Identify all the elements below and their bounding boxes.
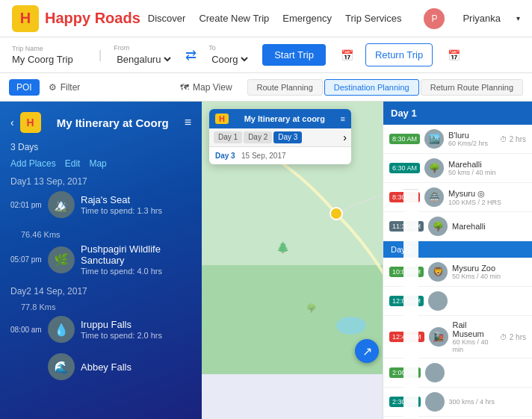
filter-button[interactable]: ⚙ Filter <box>49 82 81 93</box>
from-select[interactable]: Bengaluru <box>114 53 173 66</box>
panel-logo: H <box>20 112 41 133</box>
itinerary-panel: ‹ H My Itinerary at Coorg ≡ 3 Days Add P… <box>0 102 202 419</box>
map-view-button[interactable]: 🗺 Map View <box>180 82 232 93</box>
from-label: From <box>114 44 173 52</box>
item-thumb <box>425 392 445 412</box>
kms-day1: 76.46 Kms <box>10 229 191 243</box>
item-info: 300 kms / 4 hrs <box>449 398 526 406</box>
item-name: B'luru <box>448 131 495 140</box>
item-duration: ⏱ 2 hrs <box>500 135 526 143</box>
to-select[interactable]: Coorg <box>208 53 250 66</box>
item-info: Marehalli 50 kms / 40 min <box>448 160 526 176</box>
item-name: Mysuru ◎ <box>448 189 526 199</box>
tab-destination-planning[interactable]: Destination Planning <box>324 79 419 96</box>
map-link[interactable]: Map <box>89 158 106 169</box>
item-thumb <box>425 363 445 382</box>
mini-itinerary: H My Itinerary at coorg ≡ Day 1 Day 2 Da… <box>209 109 351 164</box>
item-thumb: 🚂 <box>429 327 448 347</box>
app-header: H Happy Roads Discover Create New Trip E… <box>0 0 532 37</box>
tab-route-planning[interactable]: Route Planning <box>247 79 323 96</box>
item-info: Mysuru Zoo 50 Kms / 40 min <box>452 264 526 280</box>
item-time: 02:01 pm <box>10 201 48 209</box>
item-name: Marehalli <box>448 160 526 169</box>
nav-trip-services[interactable]: Trip Services <box>345 13 401 24</box>
item-spend: Time to spend: 1.3 hrs <box>81 206 191 215</box>
tab-return-route-planning[interactable]: Return Route Planning <box>421 79 523 96</box>
mini-logo: H <box>215 114 229 124</box>
logo-letter: H <box>20 10 31 27</box>
day2-section: Day2 14 Sep, 2017 77.8 Kms 08:00 am 💧 Ir… <box>10 286 191 380</box>
item-time-badge: 8:30 AM <box>389 134 420 144</box>
user-avatar: P <box>424 8 445 29</box>
item-time-badge: 6:30 AM <box>389 163 420 173</box>
item-thumb: 🦁 <box>428 262 448 282</box>
panel-header: ‹ H My Itinerary at Coorg ≡ <box>0 102 202 139</box>
user-name[interactable]: Priyanka <box>463 13 501 24</box>
item-meta: 50 Kms / 40 min <box>452 273 526 280</box>
trip-name-label: Trip Name <box>12 45 87 52</box>
nav-emergency[interactable]: Emergency <box>282 13 332 24</box>
brand-name: Happy Roads <box>45 10 140 27</box>
mini-day-tab-2[interactable]: Day 2 <box>244 131 272 143</box>
trip-name-input[interactable] <box>12 54 87 65</box>
item-thumb: 🌳 <box>424 158 444 178</box>
item-thumb: 🏙️ <box>424 129 444 149</box>
item-name: Pushpagiri Wildlife Sanctuary <box>81 243 191 266</box>
item-info: Mysuru ◎ 100 KMS / 2 HRS <box>448 189 526 206</box>
item-spend: Time to spend: 2.0 hrs <box>81 331 191 340</box>
start-trip-button[interactable]: Start Trip <box>262 44 326 66</box>
mini-itinerary-header: H My Itinerary at coorg ≡ <box>209 109 351 128</box>
item-meta: 50 kms / 40 min <box>448 169 526 176</box>
item-time: 05:07 pm <box>10 255 48 264</box>
item-thumb: 🏯 <box>424 187 444 207</box>
item-spend: Time to spend: 4.0 hrs <box>81 267 191 276</box>
hamburger-icon[interactable]: ≡ <box>185 116 191 129</box>
mini-hamburger-icon[interactable]: ≡ <box>341 114 345 123</box>
item-info: Raja's Seat Time to spend: 1.3 hrs <box>81 194 191 215</box>
add-places-link[interactable]: Add Places <box>10 158 56 169</box>
item-name: Rail Museum <box>453 320 495 338</box>
item-info: Pushpagiri Wildlife Sanctuary Time to sp… <box>81 243 191 276</box>
itinerary-list: Day1 13 Sep, 2017 02:01 pm 🏔️ Raja's Sea… <box>0 176 202 397</box>
item-thumb: 🌊 <box>48 353 75 380</box>
mini-day-tab-1[interactable]: Day 1 <box>214 131 242 143</box>
item-meta: 60 Kms / 40 min <box>453 338 495 353</box>
list-item: 05:07 pm 🌿 Pushpagiri Wildlife Sanctuary… <box>10 243 191 276</box>
item-meta: 100 KMS / 2 HRS <box>448 199 526 206</box>
day1-header: Day 1 <box>383 102 532 125</box>
list-item: 02:01 pm 🏔️ Raja's Seat Time to spend: 1… <box>10 191 191 218</box>
map-icon: 🗺 <box>180 82 189 93</box>
return-trip-button[interactable]: Return Trip <box>365 43 433 66</box>
item-info: B'luru 60 Kms/2 hrs <box>448 131 495 147</box>
item-name: Iruppu Falls <box>81 319 191 330</box>
nav-create-trip[interactable]: Create New Trip <box>199 13 269 24</box>
poi-button[interactable]: POI <box>9 79 40 96</box>
days-count: 3 Days <box>10 142 38 152</box>
map-toolbar: POI ⚙ Filter 🗺 Map View Route Planning D… <box>0 73 532 102</box>
panel-meta: 3 Days <box>0 139 202 158</box>
mini-day-tabs: Day 1 Day 2 Day 3 › <box>209 128 351 147</box>
map-area: 🌲 🌲 🌳 🌲 H My Itinerary at coorg ≡ Day 1 … <box>202 102 532 419</box>
swap-icon[interactable]: ⇄ <box>185 47 197 63</box>
navigate-button[interactable]: ↗ <box>355 339 379 363</box>
svg-text:🌳: 🌳 <box>306 302 317 313</box>
back-arrow-icon[interactable]: ‹ <box>10 117 14 128</box>
edit-link[interactable]: Edit <box>65 158 81 169</box>
nav-links: Discover Create New Trip Emergency Trip … <box>148 8 520 29</box>
nav-discover[interactable]: Discover <box>148 13 186 24</box>
kms-day2: 77.8 Kms <box>10 301 191 316</box>
to-field: To Coorg <box>208 44 250 66</box>
return-calendar-icon: 📅 <box>448 49 460 61</box>
item-info: Iruppu Falls Time to spend: 2.0 hrs <box>81 319 191 340</box>
mini-next-icon[interactable]: › <box>343 131 347 143</box>
list-item: 08:00 am 💧 Iruppu Falls Time to spend: 2… <box>10 316 191 343</box>
app-logo: H <box>12 5 39 32</box>
item-info: Abbey Falls <box>81 361 191 373</box>
mini-day-tab-3[interactable]: Day 3 <box>273 131 302 143</box>
list-item: 6:30 AM 🌳 Marehalli 50 kms / 40 min <box>383 154 532 183</box>
trip-bar: Trip Name | From Bengaluru ⇄ To Coorg St… <box>0 37 532 73</box>
svg-text:🌲: 🌲 <box>276 241 290 254</box>
svg-point-3 <box>336 317 366 335</box>
item-name: Raja's Seat <box>81 194 191 205</box>
mini-title: My Itinerary at coorg <box>244 114 325 123</box>
